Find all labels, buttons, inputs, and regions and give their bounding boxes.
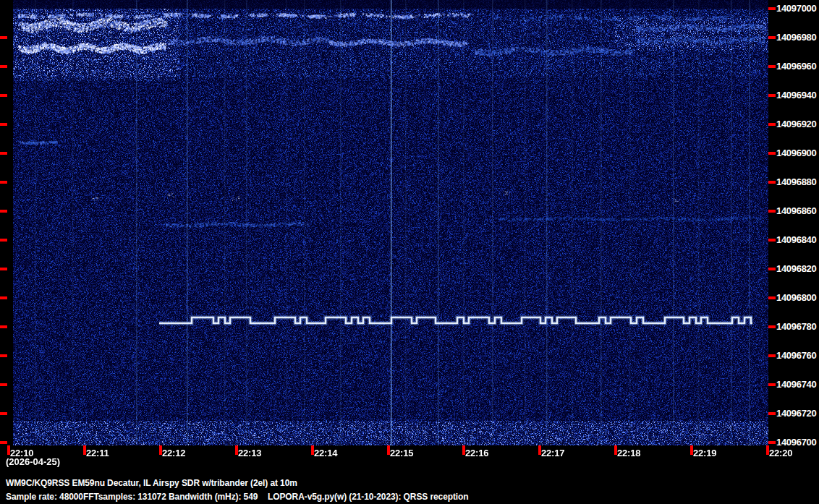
- freq-tick-right: [768, 441, 776, 444]
- freq-tick-left: [0, 94, 7, 97]
- time-tick-label: 22:13: [238, 448, 261, 458]
- freq-tick-label: 14096840: [776, 234, 816, 245]
- freq-tick-right: [768, 7, 776, 10]
- freq-tick-label: 14096720: [776, 408, 816, 419]
- freq-tick-left: [0, 296, 7, 299]
- freq-tick-left: [0, 441, 7, 444]
- freq-tick-right: [768, 325, 776, 328]
- spectrogram-canvas: [13, 0, 768, 445]
- freq-tick-right: [768, 383, 776, 386]
- fft-samples-label: FFTsamples: 131072: [83, 492, 166, 502]
- freq-tick-right: [768, 94, 776, 97]
- freq-tick-label: 14096900: [776, 148, 816, 158]
- freq-tick-right: [768, 210, 776, 213]
- freq-tick-right: [768, 123, 776, 126]
- freq-tick-left: [0, 65, 7, 68]
- software-version-label: LOPORA-v5g.py(w) (21-10-2023): QRSS rece…: [268, 492, 469, 502]
- freq-tick-left: [0, 36, 7, 39]
- freq-tick-label: 14096740: [776, 379, 816, 390]
- date-label: (2026-04-25): [6, 456, 60, 467]
- bandwidth-label: Bandwidth (mHz): 549: [169, 492, 258, 502]
- freq-tick-right: [768, 65, 776, 68]
- time-tick-label: 22:14: [314, 448, 337, 458]
- freq-tick-left: [0, 210, 7, 213]
- freq-tick-left: [0, 325, 7, 328]
- freq-tick-left: [0, 123, 7, 126]
- freq-tick-label: 14096880: [776, 176, 816, 187]
- freq-tick-left: [0, 354, 7, 357]
- freq-tick-label: 14096940: [776, 90, 816, 101]
- freq-tick-right: [768, 354, 776, 357]
- freq-tick-right: [768, 296, 776, 299]
- freq-tick-right: [768, 412, 776, 415]
- time-tick-label: 22:17: [541, 448, 564, 458]
- time-tick-label: 22:20: [769, 448, 792, 458]
- freq-tick-label: 14096760: [776, 350, 816, 361]
- sample-rate-label: Sample rate: 48000: [6, 492, 83, 502]
- freq-tick-left: [0, 239, 7, 242]
- station-info-label: WM9C/KQ9RSS EM59nu Decatur, IL Airspy SD…: [6, 478, 297, 488]
- freq-tick-label: 14096820: [776, 263, 816, 274]
- freq-tick-label: 14096980: [776, 32, 816, 43]
- freq-tick-left: [0, 181, 7, 184]
- freq-tick-left: [0, 383, 7, 386]
- freq-tick-right: [768, 268, 776, 270]
- freq-tick-label: 14096700: [776, 437, 816, 448]
- freq-tick-label: 14096800: [776, 292, 816, 303]
- freq-tick-left: [0, 152, 7, 155]
- time-tick-label: 22:11: [86, 448, 109, 458]
- freq-tick-label: 14096860: [776, 205, 816, 216]
- time-tick-label: 22:18: [617, 448, 640, 458]
- freq-tick-right: [768, 239, 776, 242]
- freq-tick-right: [768, 152, 776, 155]
- freq-tick-left: [0, 268, 7, 270]
- time-tick-label: 22:15: [390, 448, 413, 458]
- time-tick-label: 22:19: [693, 448, 716, 458]
- qrss-grabber-window: 1409700014096980140969601409694014096920…: [0, 0, 819, 504]
- freq-tick-right: [768, 36, 776, 39]
- time-tick-label: 22:12: [162, 448, 185, 458]
- freq-tick-label: 14096920: [776, 119, 816, 129]
- freq-tick-label: 14096960: [776, 61, 816, 72]
- freq-tick-right: [768, 181, 776, 184]
- freq-tick-label: 14097000: [776, 3, 816, 14]
- freq-tick-label: 14096780: [776, 321, 816, 332]
- time-tick-label: 22:16: [465, 448, 488, 458]
- freq-tick-left: [0, 412, 7, 415]
